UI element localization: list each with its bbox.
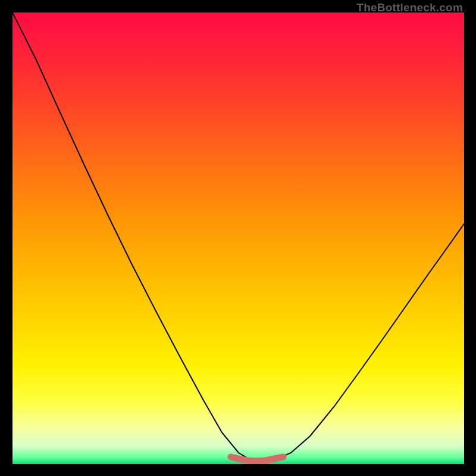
bottleneck-curve (12, 12, 464, 462)
bottom-highlight (231, 457, 283, 461)
chart-container: TheBottleneck.com (0, 0, 476, 476)
curve-svg (12, 12, 464, 464)
watermark-text: TheBottleneck.com (356, 1, 463, 14)
